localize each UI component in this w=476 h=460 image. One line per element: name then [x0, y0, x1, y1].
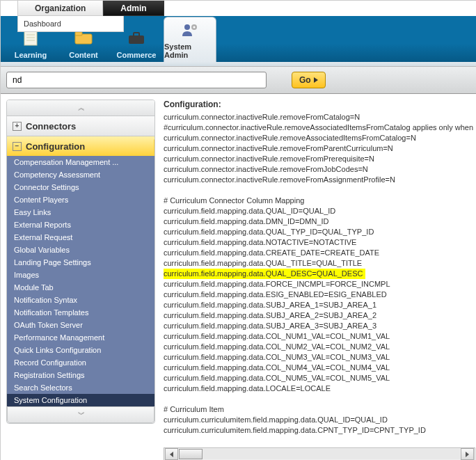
sidebar-item[interactable]: Record Configuration [7, 356, 154, 369]
accordion-connectors-label: Connectors [26, 121, 76, 132]
ribbon-tab-label: System Admin [164, 42, 216, 59]
topmenu-organization-label: Organization [35, 3, 86, 13]
svg-rect-5 [75, 32, 82, 35]
config-line: curriculum.field.mapping.data.LOCALE=LOC… [164, 383, 475, 394]
config-line: curriculum.field.mapping.data.COL_NUM2_V… [164, 342, 475, 352]
go-button-label: Go [299, 75, 311, 85]
scroll-thumb[interactable] [179, 449, 203, 459]
sidebar-item[interactable]: System Configuration [7, 394, 154, 406]
sidebar-item[interactable]: Quick Links Configuration [7, 344, 154, 356]
config-line [164, 185, 475, 196]
config-line: curriculum.field.mapping.data.DMN_ID=DMN… [164, 216, 475, 227]
arrow-right-icon [314, 77, 318, 83]
sidebar-item[interactable]: External Reports [7, 219, 154, 231]
sidebar-item[interactable]: Easy Links [7, 206, 154, 219]
sidebar-item[interactable]: Connector Settings [7, 181, 154, 193]
ribbon-tab-system-admin[interactable]: System Admin [164, 17, 216, 62]
config-line: curriculum.field.mapping.data.QUAL_ID=QU… [164, 206, 475, 216]
svg-point-10 [193, 26, 196, 29]
config-line: curriculum.connector.inactiveRule.remove… [164, 143, 475, 154]
svg-rect-7 [134, 33, 139, 36]
config-line: curriculum.field.mapping.data.FORCE_INCM… [164, 279, 475, 290]
search-box[interactable] [6, 72, 267, 88]
config-line: curriculum.connector.inactiveRule.remove… [164, 133, 475, 143]
config-line: curriculum.connector.inactiveRule.remove… [164, 112, 475, 122]
sidebar-item[interactable]: Global Variables [7, 244, 154, 256]
accordion-connectors[interactable]: + Connectors [7, 116, 154, 136]
search-input[interactable] [11, 74, 262, 86]
config-line: curriculum.field.mapping.data.QUAL_TYP_I… [164, 227, 475, 237]
sidebar-item[interactable]: Images [7, 269, 154, 281]
configuration-text: curriculum.connector.inactiveRule.remove… [164, 112, 475, 436]
accordion-collapse-top[interactable]: ︽ [7, 100, 154, 116]
config-line: # Curriculum Item [164, 404, 475, 415]
topmenu-organization[interactable]: Organization [17, 1, 103, 16]
top-menu-bar: Organization Admin Dashboard [1, 1, 476, 16]
config-line: curriculum.field.mapping.data.SUBJ_AREA_… [164, 300, 475, 310]
sidebar-item[interactable]: Performance Management [7, 331, 154, 344]
config-line: curriculum.field.mapping.data.CREATE_DAT… [164, 248, 475, 258]
config-line: curriculum.field.mapping.data.COL_NUM4_V… [164, 363, 475, 373]
ribbon-tab-label: Commerce [117, 51, 157, 59]
search-bar: Go [1, 66, 476, 94]
user-gear-icon [180, 22, 200, 38]
config-line: curriculum.curriculumitem.field.mapping.… [164, 415, 475, 425]
scroll-track[interactable] [179, 449, 460, 459]
config-line: curriculum.field.mapping.data.COL_NUM5_V… [164, 373, 475, 383]
svg-rect-0 [24, 31, 37, 45]
sidebar-item[interactable]: Module Tab [7, 281, 154, 294]
horizontal-scrollbar[interactable] [164, 447, 475, 460]
sidebar-item[interactable]: Landing Page Settings [7, 256, 154, 269]
config-line: curriculum.field.mapping.data.NOTACTIVE=… [164, 237, 475, 248]
config-line: curriculum.curriculumitem.field.mapping.… [164, 425, 475, 436]
config-line: curriculum.field.mapping.data.QUAL_TITLE… [164, 258, 475, 269]
config-line: curriculum.field.mapping.data.QUAL_DESC=… [164, 269, 365, 279]
sidebar-item[interactable]: External Request [7, 231, 154, 244]
sidebar-item[interactable]: Registration Settings [7, 369, 154, 381]
briefcase-icon [127, 30, 146, 47]
chevron-down-icon: ︾ [78, 410, 84, 420]
config-line: # Curriculum Connector Column Mapping [164, 196, 475, 206]
config-line: #curriculum.connector.inactiveRule.remov… [164, 122, 475, 133]
left-panel: ︽ + Connectors − Configuration Compensat… [1, 94, 158, 460]
topmenu-dropdown-item[interactable]: Dashboard [17, 16, 124, 32]
folder-icon [74, 30, 93, 47]
plus-icon: + [13, 122, 22, 131]
sidebar-item[interactable]: Notification Templates [7, 306, 154, 319]
sidebar-item[interactable]: Search Selectors [7, 381, 154, 394]
config-line: curriculum.connector.inactiveRule.remove… [164, 175, 475, 185]
triangle-right-icon [466, 452, 469, 457]
ribbon-tab-label: Content [69, 51, 98, 59]
triangle-left-icon [170, 452, 173, 457]
sidebar-nav-list: Compensation Management ...Competency As… [7, 156, 154, 406]
content-panel: Configuration: curriculum.connector.inac… [158, 94, 476, 460]
go-button[interactable]: Go [292, 72, 326, 88]
accordion-configuration-label: Configuration [26, 141, 85, 152]
sidebar-item[interactable]: Content Players [7, 193, 154, 206]
config-line: curriculum.field.mapping.data.SUBJ_AREA_… [164, 310, 475, 321]
config-line: curriculum.field.mapping.data.ESIG_ENABL… [164, 290, 475, 300]
config-line: curriculum.field.mapping.data.SUBJ_AREA_… [164, 321, 475, 331]
sidebar-item[interactable]: Notification Syntax [7, 294, 154, 306]
accordion-collapse-bottom[interactable]: ︾ [7, 406, 154, 423]
chevron-up-icon: ︽ [78, 103, 84, 113]
sidebar-item[interactable]: Compensation Management ... [7, 156, 154, 168]
page-lines-icon [21, 30, 40, 47]
sidebar-item[interactable]: OAuth Token Server [7, 319, 154, 331]
config-line [164, 394, 475, 404]
scroll-right-button[interactable] [461, 448, 474, 460]
content-title: Configuration: [164, 100, 475, 109]
topmenu-admin-label: Admin [120, 3, 146, 13]
ribbon-tab-label: Learning [15, 51, 47, 59]
topmenu-dropdown-label: Dashboard [24, 19, 61, 28]
sidebar-item[interactable]: Competency Assessment [7, 168, 154, 181]
svg-point-8 [184, 24, 190, 30]
scroll-left-button[interactable] [165, 448, 178, 460]
minus-icon: − [13, 142, 22, 151]
topmenu-admin[interactable]: Admin [103, 1, 164, 16]
accordion-configuration[interactable]: − Configuration [7, 136, 154, 156]
config-line: curriculum.field.mapping.data.COL_NUM1_V… [164, 331, 475, 342]
config-line: curriculum.connector.inactiveRule.remove… [164, 164, 475, 175]
config-line: curriculum.connector.inactiveRule.remove… [164, 154, 475, 164]
config-line: curriculum.field.mapping.data.COL_NUM3_V… [164, 352, 475, 363]
